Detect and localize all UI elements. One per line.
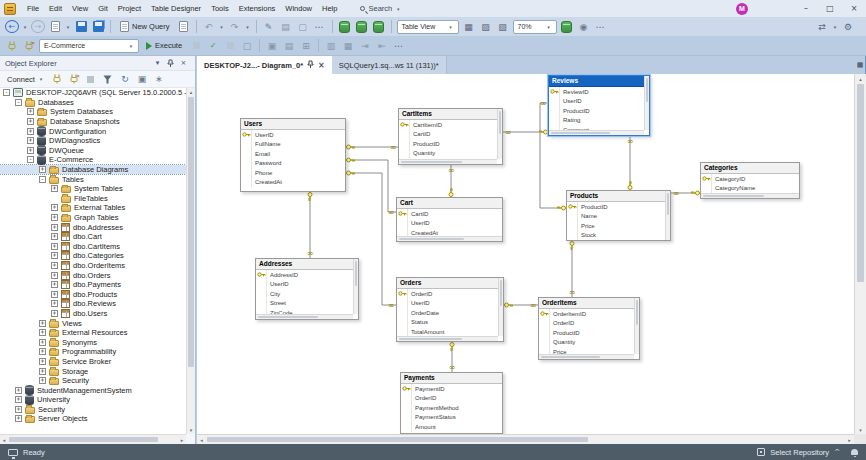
overflow-more-icon[interactable]: ⋯	[313, 20, 327, 34]
table-view-combobox[interactable]: Table View▾	[397, 20, 459, 34]
outdent-icon[interactable]: ⇤	[375, 39, 389, 53]
entity-hscrollbar[interactable]	[539, 354, 634, 359]
execute-button[interactable]: Execute	[142, 38, 186, 53]
entity-orders[interactable]: OrdersOrderIDUserIDOrderDateStatusTotalA…	[396, 277, 504, 342]
diagram-hscrollbar[interactable]: ◂ ▸	[197, 434, 854, 444]
entity-hscrollbar[interactable]	[397, 336, 498, 341]
comment-icon[interactable]: ▥	[324, 39, 338, 53]
tree-expand-icon[interactable]: +	[51, 224, 58, 231]
select-repository-button[interactable]: Select Repository	[770, 448, 829, 457]
close-button[interactable]: ×	[842, 0, 866, 17]
column-row-orderid[interactable]: OrderID	[401, 394, 502, 404]
menu-tools[interactable]: Tools	[206, 0, 234, 17]
column-row-createdat[interactable]: CreatedAt	[397, 228, 502, 236]
tree-collapse-icon[interactable]: -	[27, 156, 34, 163]
tree-item-system-tables[interactable]: +System Tables	[0, 184, 186, 194]
settings-gear-icon[interactable]: ⚙	[841, 20, 855, 34]
column-row-quantity[interactable]: Quantity	[539, 338, 634, 348]
tree-item-database-diagrams[interactable]: +Database Diagrams	[0, 165, 186, 175]
object-explorer-vscrollbar[interactable]: ▴ ▾	[186, 88, 195, 434]
column-row-userid[interactable]: UserID	[397, 219, 502, 229]
auto-refresh-icon[interactable]: ∗	[152, 72, 166, 86]
menu-help[interactable]: Help	[317, 0, 342, 17]
tree-item-studentmanagementsystem[interactable]: +StudentManagementSystem	[0, 385, 186, 395]
share-icon[interactable]: ⇄	[815, 20, 829, 34]
tree-item-filetables[interactable]: FileTables	[0, 194, 186, 204]
menu-edit[interactable]: Edit	[44, 0, 67, 17]
tree-expand-icon[interactable]: +	[15, 387, 22, 394]
tree-expand-icon[interactable]: +	[27, 118, 34, 125]
tree-expand-icon[interactable]: +	[51, 300, 58, 307]
tree-item-databases[interactable]: -Databases	[0, 98, 186, 108]
refresh-icon[interactable]: ↻	[118, 72, 132, 86]
cancel-icon[interactable]	[223, 39, 237, 53]
pin-icon[interactable]	[164, 57, 177, 70]
entity-header[interactable]: Cart	[397, 198, 502, 209]
add-table-icon[interactable]: ▦	[462, 20, 476, 34]
column-row-orderid[interactable]: OrderID	[539, 319, 634, 329]
column-row-cartitemid[interactable]: CartItemID	[399, 120, 497, 130]
entity-hscrollbar[interactable]	[701, 193, 799, 198]
menu-table-designer[interactable]: Table Designer	[146, 0, 206, 17]
tree-item-dbo-addresses[interactable]: +dbo.Addresses	[0, 222, 186, 232]
database-combobox[interactable]: E-Commerce ▾	[39, 39, 139, 53]
column-row-fullname[interactable]: FullName	[241, 140, 345, 150]
frame-icon[interactable]: ▣	[135, 72, 149, 86]
entity-payments[interactable]: PaymentsPaymentIDOrderIDPaymentMethodPay…	[400, 372, 503, 434]
column-row-userid[interactable]: UserID	[397, 299, 498, 309]
pin-icon[interactable]: ◉	[577, 20, 591, 34]
tree-item-system-databases[interactable]: +System Databases	[0, 107, 186, 117]
column-row-name[interactable]: Name	[567, 212, 665, 222]
tree-expand-icon[interactable]: +	[51, 310, 58, 317]
entity-addresses[interactable]: AddressesAddressIDUserIDCityStreetZipCod…	[255, 258, 359, 320]
pin-icon[interactable]	[307, 60, 314, 71]
diagram-vscrollbar[interactable]: ▴ ▾	[854, 74, 866, 434]
cancel-query-button[interactable]	[189, 39, 203, 53]
tree-item-dbo-cart[interactable]: +dbo.Cart	[0, 232, 186, 242]
close-icon[interactable]: ×	[177, 57, 190, 70]
column-row-categoryid[interactable]: CategoryID	[701, 174, 799, 184]
avatar[interactable]: M	[736, 3, 748, 15]
tree-expand-icon[interactable]: +	[39, 166, 46, 173]
navigate-back-button[interactable]: ←	[5, 20, 19, 33]
column-row-categoryname[interactable]: CategoryName	[701, 184, 799, 194]
entity-vscrollbar[interactable]	[644, 76, 649, 130]
tree-item-views[interactable]: +Views	[0, 318, 186, 328]
tree-item-security[interactable]: +Security	[0, 376, 186, 386]
column-row-productid[interactable]: ProductID	[567, 202, 665, 212]
entity-vscrollbar[interactable]	[665, 191, 670, 240]
entity-hscrollbar[interactable]	[397, 236, 502, 241]
tab-desktop-j2-diagram-0[interactable]: DESKTOP-J2...- Diagram_0*×	[197, 56, 332, 74]
tree-item-external-tables[interactable]: +External Tables	[0, 203, 186, 213]
entity-vscrollbar[interactable]	[497, 109, 502, 159]
column-row-totalamount[interactable]: TotalAmount	[397, 327, 498, 336]
menu-file[interactable]: File	[22, 0, 44, 17]
delete-table-icon[interactable]: ▧	[496, 20, 510, 34]
tree-expand-icon[interactable]: +	[15, 396, 22, 403]
tree-expand-icon[interactable]: +	[51, 214, 58, 221]
entity-vscrollbar[interactable]	[498, 278, 503, 336]
column-row-paymentmethod[interactable]: PaymentMethod	[401, 403, 502, 413]
add-related-tables-icon[interactable]: ▨	[479, 20, 493, 34]
column-row-cartid[interactable]: CartID	[399, 130, 497, 140]
tree-expand-icon[interactable]: +	[51, 243, 58, 250]
tree-expand-icon[interactable]: +	[15, 415, 22, 422]
entity-cart[interactable]: CartCartIDUserIDCreatedAt	[396, 197, 503, 242]
tree-item-dbo-products[interactable]: +dbo.Products	[0, 289, 186, 299]
tree-item-storage[interactable]: +Storage	[0, 366, 186, 376]
entity-hscrollbar[interactable]	[549, 130, 644, 135]
column-row-stock[interactable]: Stock	[567, 231, 665, 241]
tree-item-graph-tables[interactable]: +Graph Tables	[0, 213, 186, 223]
tree-collapse-icon[interactable]: -	[39, 176, 46, 183]
tree-item-dwdiagnostics[interactable]: +DWDiagnostics	[0, 136, 186, 146]
tree-item-external-resources[interactable]: +External Resources	[0, 328, 186, 338]
column-row-price[interactable]: Price	[539, 347, 634, 354]
tree-item-dbo-reviews[interactable]: +dbo.Reviews	[0, 299, 186, 309]
save-button[interactable]	[74, 20, 88, 34]
tree-expand-icon[interactable]: +	[51, 281, 58, 288]
entity-hscrollbar[interactable]	[256, 314, 353, 319]
column-row-email[interactable]: Email	[241, 149, 345, 159]
tree-item-university[interactable]: +University	[0, 395, 186, 405]
column-row-paymentid[interactable]: PaymentID	[401, 384, 502, 394]
browse-icon[interactable]: ▤	[279, 20, 293, 34]
